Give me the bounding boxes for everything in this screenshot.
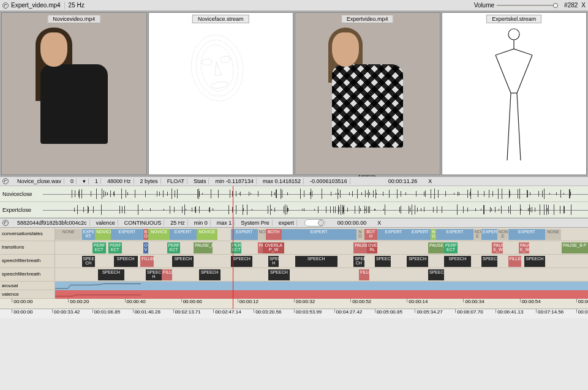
- segment[interactable]: EXPERT: [377, 229, 409, 240]
- waveform-novice[interactable]: Noviceclose: [0, 186, 588, 202]
- segment[interactable]: PAUSE_B P: [562, 242, 589, 253]
- segment[interactable]: N O: [431, 229, 436, 240]
- segment[interactable]: PERF ECT: [444, 242, 458, 253]
- ruler-tick: 00:02:47.14: [213, 309, 241, 313]
- viewer-label: Noviceface.stream: [192, 15, 249, 23]
- segment[interactable]: FILLER: [508, 256, 522, 267]
- viewer-expert-video[interactable]: Expertvideo.mp4: [295, 12, 440, 175]
- segment[interactable]: SPEEC H: [146, 269, 162, 280]
- segment[interactable]: EXPERT: [111, 229, 143, 240]
- svg-point-3: [202, 59, 212, 66]
- segment[interactable]: SPEECH: [444, 256, 471, 267]
- segment[interactable]: EXPERT: [282, 229, 356, 240]
- time-ruler-zoom[interactable]: 00:00:0000:00:2000:00:4000:00:6000:00:12…: [0, 299, 588, 309]
- segment[interactable]: NOVICE: [148, 229, 170, 240]
- audio-stats[interactable]: Stats: [191, 178, 209, 184]
- ruler-tick: 00:06:41.13: [496, 309, 523, 313]
- timeline-area: Noviceclose Expertclose 5882044df9182b3b…: [0, 186, 588, 309]
- segment[interactable]: O V: [143, 242, 149, 253]
- volume-slider[interactable]: [497, 5, 558, 6]
- stream-min: min 0: [192, 220, 211, 226]
- segment[interactable]: SPEECH: [172, 256, 194, 267]
- segment[interactable]: OVERLA P_W: [263, 242, 284, 253]
- segment[interactable]: NONE: [55, 229, 82, 240]
- segment[interactable]: SPEE CH: [353, 256, 364, 267]
- segment[interactable]: EXPERT: [508, 229, 546, 240]
- viewer-novice-video[interactable]: Novicevideo.mp4: [1, 12, 147, 175]
- segment[interactable]: PERF ECT: [167, 242, 181, 253]
- playhead[interactable]: [233, 186, 233, 309]
- track-conversationstates[interactable]: conversationstates NONEEXPE RTNOVICEEXPE…: [0, 228, 588, 241]
- segment[interactable]: EXPERT: [231, 229, 258, 240]
- stream-time: 00:00:00.00: [337, 220, 367, 226]
- track-transitions[interactable]: transitions PERF ECTPERF ECTO VPERF ECTP…: [0, 241, 588, 255]
- segment[interactable]: PERF ECT: [92, 242, 106, 253]
- segment[interactable]: SPEECH: [524, 256, 546, 267]
- segment[interactable]: EXPERT: [170, 229, 197, 240]
- ruler-tick: 00:07:14.56: [536, 309, 564, 313]
- volume-control[interactable]: Volume: [474, 2, 558, 9]
- segment[interactable]: SPEECH: [375, 256, 391, 267]
- segment[interactable]: NO: [258, 229, 266, 240]
- ruler-tick: 00:02:13.71: [173, 309, 201, 313]
- segment[interactable]: PAUS E_W: [519, 242, 529, 253]
- segment[interactable]: EXPERT: [436, 229, 473, 240]
- segment[interactable]: SPEEC H: [268, 256, 279, 267]
- segment[interactable]: FILLER: [359, 269, 369, 280]
- track-valence[interactable]: valence: [0, 290, 588, 299]
- segment[interactable]: NONE: [545, 229, 561, 240]
- viewer-novice-face[interactable]: Noviceface.stream: [148, 12, 294, 175]
- segment[interactable]: PAUS E_W: [492, 242, 502, 253]
- audio-chan[interactable]: 0: [68, 178, 77, 184]
- segment[interactable]: PAUSE_B: [428, 242, 444, 253]
- segment[interactable]: SPEECH: [231, 256, 252, 267]
- track-speechfillerbreath-1[interactable]: speechfillerbreath SPEE CHSPEECHFILLERSP…: [0, 255, 588, 268]
- segment[interactable]: SPEECH: [199, 269, 221, 280]
- segment[interactable]: SPEECH: [98, 269, 125, 280]
- segment[interactable]: EXPERT: [481, 229, 497, 240]
- segment[interactable]: FILLER: [140, 256, 154, 267]
- valence-curve: [55, 290, 141, 299]
- segment[interactable]: B O: [143, 229, 149, 240]
- segment[interactable]: N O: [356, 229, 364, 240]
- chevron-down-icon[interactable]: ▾: [80, 178, 89, 184]
- close-button[interactable]: X: [428, 178, 432, 184]
- close-button[interactable]: X: [377, 220, 381, 226]
- svg-point-4: [220, 56, 230, 63]
- segment[interactable]: SPEECH: [407, 256, 428, 267]
- audio-filename: Novice_close.wav: [15, 178, 64, 184]
- close-button[interactable]: X: [581, 2, 586, 9]
- track-label: speechfillerbreath: [0, 255, 55, 268]
- segment[interactable]: SPEE CH: [82, 256, 96, 267]
- segment[interactable]: EXPE RT: [82, 229, 96, 240]
- segment[interactable]: SPEECH: [481, 256, 497, 267]
- segment[interactable]: SPEECH: [268, 269, 290, 280]
- segment[interactable]: NON E: [497, 229, 508, 240]
- annotation-tracks: conversationstates NONEEXPE RTNOVICEEXPE…: [0, 228, 588, 309]
- track-label: transitions: [0, 241, 55, 254]
- segment[interactable]: EXPERT: [410, 229, 431, 240]
- toggle-switch[interactable]: [304, 219, 325, 227]
- segment[interactable]: NOVICE: [197, 229, 218, 240]
- track-arousal[interactable]: arousal: [0, 282, 588, 290]
- segment[interactable]: PA: [258, 242, 263, 253]
- segment[interactable]: OVE RL: [367, 242, 377, 253]
- segment[interactable]: SPEECH: [428, 269, 444, 280]
- segment[interactable]: BOT H: [364, 229, 378, 240]
- ruler-tick: 00:01:40.28: [133, 309, 160, 313]
- segment[interactable]: SPEECH: [114, 256, 138, 267]
- time-ruler-full[interactable]: 00:00:0000:00:33.4200:01:06.8500:01:40.2…: [0, 309, 588, 318]
- viewer-expert-skel[interactable]: Expertskel.stream: [442, 12, 587, 175]
- audio-time: 00:00:11.26: [388, 178, 418, 184]
- segment[interactable]: SPEECH: [295, 256, 338, 267]
- segment[interactable]: NON E: [473, 229, 481, 240]
- segment[interactable]: PAUSE_: [353, 242, 367, 253]
- track-speechfillerbreath-2[interactable]: speechfillerbreath SPEECHSPEEC HFILLERSP…: [0, 268, 588, 282]
- segment[interactable]: NOVICE: [95, 229, 111, 240]
- audio-min: min -0.1187134: [213, 178, 257, 184]
- segment[interactable]: PERF ECT: [108, 242, 122, 253]
- segment[interactable]: BOTH: [266, 229, 282, 240]
- waveform-expert[interactable]: Expertclose: [0, 202, 588, 218]
- segment[interactable]: PAUSE_B: [194, 242, 212, 253]
- segment[interactable]: FILLER: [162, 269, 172, 280]
